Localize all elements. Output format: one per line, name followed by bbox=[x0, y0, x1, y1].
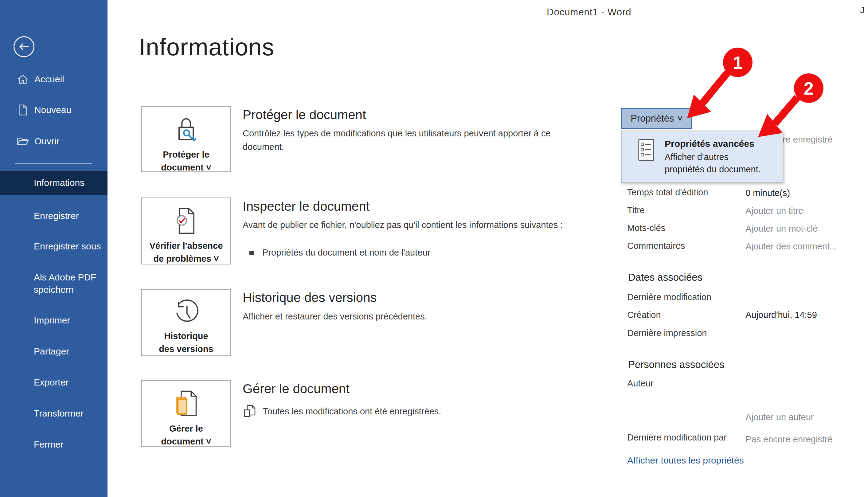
properties-button-label: Propriétés bbox=[630, 113, 674, 124]
saved-documents-icon bbox=[243, 404, 256, 419]
sidebar-item-label: Fermer bbox=[34, 439, 63, 450]
sidebar-item-als-adobe-pdf[interactable]: Als Adobe PDF speichern bbox=[0, 269, 108, 298]
advanced-properties-menu-item[interactable]: Propriétés avancées Afficher d'autres pr… bbox=[622, 131, 783, 175]
prop-label: Dernière modification bbox=[627, 292, 711, 302]
add-title-field[interactable]: Ajouter un titre bbox=[745, 206, 803, 216]
page-title: Informations bbox=[139, 33, 274, 61]
menu-item-description: Afficher d'autres propriétés du document… bbox=[665, 151, 766, 175]
section-heading: Inspecter le document bbox=[243, 199, 370, 214]
sidebar-item-label: Enregistrer bbox=[34, 211, 79, 221]
account-initial-fragment: J bbox=[860, 5, 865, 15]
prop-label: Temps total d'édition bbox=[627, 187, 708, 198]
sidebar-divider bbox=[15, 163, 92, 164]
bullet-text: Propriétés du document et nom de l'auteu… bbox=[262, 247, 430, 258]
section-heading: Gérer le document bbox=[243, 382, 350, 396]
sidebar-item-label: Nouveau bbox=[34, 105, 71, 115]
lock-key-icon bbox=[173, 115, 199, 144]
menu-item-title: Propriétés avancées bbox=[665, 139, 766, 149]
prop-label: Commentaires bbox=[627, 241, 685, 251]
chevron-down-icon: ˅ bbox=[214, 254, 219, 264]
add-keyword-field[interactable]: Ajouter un mot-clé bbox=[745, 224, 817, 234]
protect-document-button[interactable]: Protéger le document ˅ bbox=[141, 106, 231, 172]
annotation-badge-2: 2 bbox=[794, 73, 824, 103]
sidebar-item-accueil[interactable]: Accueil bbox=[0, 69, 108, 89]
prop-value: 0 minute(s) bbox=[745, 188, 790, 198]
sidebar-item-label: Accueil bbox=[34, 74, 64, 84]
section-heading: Historique des versions bbox=[243, 290, 377, 305]
sidebar-item-enregistrer-sous[interactable]: Enregistrer sous bbox=[0, 237, 108, 256]
sidebar-item-exporter[interactable]: Exporter bbox=[0, 373, 108, 392]
show-all-properties-link[interactable]: Afficher toutes les propriétés bbox=[627, 455, 744, 466]
chevron-down-icon: ˅ bbox=[206, 162, 211, 172]
prop-label: Titre bbox=[627, 205, 645, 215]
annotation-badge-1: 1 bbox=[723, 47, 753, 77]
dates-section-heading: Dates associées bbox=[628, 271, 702, 283]
word-backstage-window: { "window": { "title": "Document1 - Word… bbox=[0, 0, 868, 497]
sidebar-item-informations[interactable]: Informations bbox=[0, 171, 108, 195]
card-label: Protéger le document bbox=[161, 150, 210, 172]
new-document-icon bbox=[16, 104, 29, 116]
manage-document-button[interactable]: Gérer le document ˅ bbox=[141, 380, 231, 446]
bullet-square-icon bbox=[250, 251, 254, 255]
prop-label: Mots-clés bbox=[627, 223, 665, 233]
sidebar-item-label: Enregistrer sous bbox=[34, 241, 101, 252]
manage-document-icon bbox=[173, 389, 199, 418]
sidebar-item-imprimer[interactable]: Imprimer bbox=[0, 311, 108, 330]
backstage-sidebar: Accueil Nouveau Ouvrir Informations Enre… bbox=[0, 0, 108, 497]
sidebar-item-label: Exporter bbox=[34, 377, 69, 388]
chevron-down-icon: ˅ bbox=[206, 437, 211, 446]
sidebar-item-label: Transformer bbox=[34, 408, 84, 419]
card-label: Gérer le document bbox=[161, 424, 204, 446]
properties-dropdown-button[interactable]: Propriétés ˅ bbox=[621, 108, 692, 129]
section-description: Afficher et restaurer des versions précé… bbox=[243, 310, 581, 323]
section-heading: Protéger le document bbox=[243, 108, 366, 122]
people-section-heading: Personnes associées bbox=[628, 359, 725, 370]
sidebar-item-label: Partager bbox=[34, 346, 69, 357]
chevron-down-icon: ˅ bbox=[678, 114, 682, 124]
version-history-icon bbox=[173, 298, 200, 325]
creation-date-value: Aujourd'hui, 14:59 bbox=[745, 310, 817, 320]
sidebar-item-ouvrir[interactable]: Ouvrir bbox=[0, 131, 108, 151]
check-for-issues-button[interactable]: Vérifier l'absence de problèmes ˅ bbox=[141, 198, 231, 265]
sidebar-item-transformer[interactable]: Transformer bbox=[0, 403, 108, 423]
card-label: Vérifier l'absence de problèmes bbox=[149, 241, 223, 264]
prop-label: Dernière impression bbox=[627, 328, 707, 338]
sidebar-item-label: Informations bbox=[34, 178, 84, 188]
back-button[interactable] bbox=[14, 36, 34, 57]
window-title: Document1 - Word bbox=[547, 7, 631, 18]
save-status-row: Toutes les modifications ont été enregis… bbox=[243, 404, 441, 419]
section-description: Avant de publier ce fichier, n'oubliez p… bbox=[243, 218, 581, 232]
add-author-field[interactable]: Ajouter un auteur bbox=[745, 412, 814, 422]
modified-by-value: Pas encore enregistré bbox=[745, 434, 833, 444]
card-label: Historique des versions bbox=[159, 331, 213, 354]
sidebar-item-nouveau[interactable]: Nouveau bbox=[0, 100, 108, 120]
add-comments-field[interactable]: Ajouter des comment... bbox=[745, 241, 837, 252]
advanced-properties-icon bbox=[638, 139, 655, 161]
back-arrow-icon bbox=[19, 43, 29, 51]
version-history-button[interactable]: Historique des versions bbox=[141, 289, 231, 356]
inspect-bullet-item: Propriétés du document et nom de l'auteu… bbox=[250, 247, 430, 258]
sidebar-item-fermer[interactable]: Fermer bbox=[0, 435, 108, 454]
sidebar-item-partager[interactable]: Partager bbox=[0, 342, 108, 361]
properties-dropdown-menu: Propriétés avancées Afficher d'autres pr… bbox=[621, 130, 783, 183]
sidebar-item-label: Imprimer bbox=[34, 315, 70, 326]
sidebar-item-label: Ouvrir bbox=[34, 136, 60, 146]
modified-by-label: Dernière modification par bbox=[627, 432, 727, 443]
home-icon bbox=[16, 74, 29, 85]
open-folder-icon bbox=[16, 137, 29, 146]
save-status-text: Toutes les modifications ont été enregis… bbox=[263, 407, 441, 416]
section-description: Contrôlez les types de modifications que… bbox=[243, 127, 581, 154]
inspect-document-icon bbox=[174, 207, 198, 235]
sidebar-item-enregistrer[interactable]: Enregistrer bbox=[0, 206, 108, 226]
sidebar-item-label: Als Adobe PDF speichern bbox=[34, 271, 98, 296]
author-label: Auteur bbox=[627, 379, 653, 388]
prop-label: Création bbox=[627, 310, 661, 320]
